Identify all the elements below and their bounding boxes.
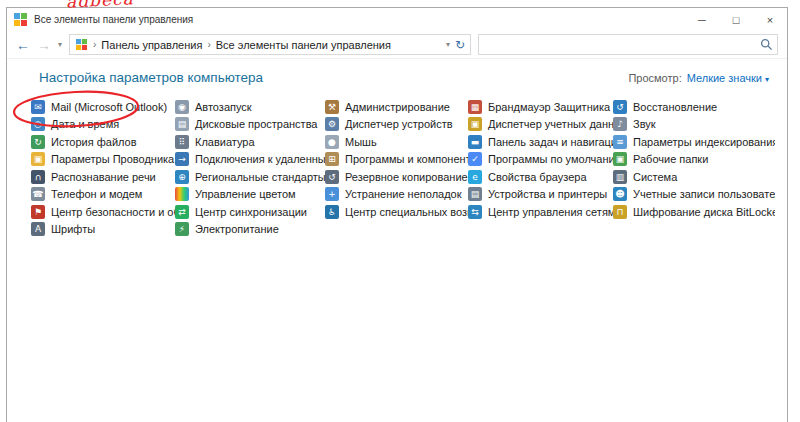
item-label: Центр безопасности и обслуживан... <box>51 206 175 218</box>
control-panel-item[interactable]: ▬Панель задач и навигация <box>468 135 613 149</box>
breadcrumb-control-panel[interactable]: Панель управления <box>101 39 202 51</box>
search-input[interactable] <box>483 38 760 52</box>
control-panel-item[interactable]: ◷Дата и время <box>31 117 175 131</box>
control-panel-item[interactable]: ▣Рабочие папки <box>613 152 775 166</box>
item-label: Телефон и модем <box>51 188 142 200</box>
control-panel-item[interactable]: AШрифты <box>31 222 175 236</box>
credential-manager-icon: ▣ <box>468 117 482 131</box>
control-panel-item[interactable]: ≡Параметры индексирования <box>613 135 775 149</box>
item-label: Учетные записи пользователей <box>633 188 775 200</box>
item-label: Мышь <box>345 136 377 148</box>
view-options: Просмотр: Мелкие значки ▾ <box>628 72 769 84</box>
minimize-button[interactable]: ─ <box>685 8 719 31</box>
control-panel-item[interactable]: Управление цветом <box>175 187 325 201</box>
item-label: Администрирование <box>345 101 450 113</box>
control-panel-item[interactable]: ⊕Региональные стандарты <box>175 170 325 184</box>
remote-desktop-icon: → <box>175 152 189 166</box>
item-label: Центр синхронизации <box>195 206 307 218</box>
network-sharing-icon: ⇆ <box>468 205 482 219</box>
control-panel-item[interactable]: ↻История файлов <box>31 135 175 149</box>
security-maintenance-icon: ⚑ <box>31 205 45 219</box>
address-bar[interactable]: › Панель управления › Все элементы панел… <box>69 34 471 55</box>
control-panel-icon <box>76 39 87 50</box>
control-panel-item[interactable]: ⊞Программы и компоненты <box>325 152 468 166</box>
devices-printers-icon: ▤ <box>468 187 482 201</box>
control-panel-item[interactable]: ●Мышь <box>325 135 468 149</box>
chevron-down-icon[interactable]: ▾ <box>446 40 450 49</box>
control-panel-item[interactable]: ∩Распознавание речи <box>31 170 175 184</box>
backup-restore-icon: ↺ <box>325 170 339 184</box>
item-label: Центр специальных возможностей <box>345 206 468 218</box>
window-title: Все элементы панели управления <box>34 14 193 25</box>
control-panel-item[interactable]: ⚒Администрирование <box>325 100 468 114</box>
chevron-down-icon[interactable]: ▾ <box>58 40 62 49</box>
back-icon[interactable]: ← <box>16 38 30 52</box>
control-panel-item[interactable]: →Подключения к удаленным рабоч... <box>175 152 325 166</box>
forward-icon[interactable]: → <box>37 38 51 52</box>
view-dropdown[interactable]: Мелкие значки ▾ <box>687 72 769 84</box>
taskbar-icon: ▬ <box>468 135 482 149</box>
item-label: Распознавание речи <box>51 171 156 183</box>
control-panel-item[interactable]: ☻Учетные записи пользователей <box>613 187 775 201</box>
storage-spaces-icon: ▤ <box>175 117 189 131</box>
item-label: Диспетчер учетных данных <box>488 118 613 130</box>
close-button[interactable]: × <box>753 8 787 31</box>
device-manager-icon: ⚙ <box>325 117 339 131</box>
maximize-button[interactable]: □ <box>719 8 753 31</box>
item-label: Шифрование диска BitLocker <box>633 206 775 218</box>
control-panel-item[interactable]: ⚑Центр безопасности и обслуживан... <box>31 205 175 219</box>
admin-tools-icon: ⚒ <box>325 100 339 114</box>
control-panel-item[interactable]: ✉Mail (Microsoft Outlook) <box>31 100 175 114</box>
item-label: Дата и время <box>51 118 119 130</box>
control-panel-item[interactable]: ⚙Диспетчер устройств <box>325 117 468 131</box>
control-panel-item[interactable]: ▥Система <box>613 170 775 184</box>
item-label: Звук <box>633 118 656 130</box>
control-panel-item[interactable]: ▦Брандмауэр Защитника Windows <box>468 100 613 114</box>
window-controls: ─ □ × <box>685 8 787 31</box>
item-label: Шрифты <box>51 223 95 235</box>
file-history-icon: ↻ <box>31 135 45 149</box>
control-panel-item[interactable]: +Устранение неполадок <box>325 187 468 201</box>
control-panel-item[interactable]: eСвойства браузера <box>468 170 613 184</box>
search-icon <box>760 38 773 51</box>
desktop: adbeca Все элементы панели управления ─ … <box>0 0 800 422</box>
control-panel-item[interactable]: ↺Восстановление <box>613 100 775 114</box>
breadcrumb-all-items[interactable]: Все элементы панели управления <box>216 39 391 51</box>
search-box[interactable] <box>478 34 778 55</box>
region-icon: ⊕ <box>175 170 189 184</box>
control-panel-item[interactable]: ↺Резервное копирование и восстан... <box>325 170 468 184</box>
bitlocker-icon: ⊓ <box>613 205 627 219</box>
control-panel-item[interactable]: ◉Автозапуск <box>175 100 325 114</box>
control-panel-item[interactable]: ▣Диспетчер учетных данных <box>468 117 613 131</box>
control-panel-item[interactable]: ♿Центр специальных возможностей <box>325 205 468 219</box>
mouse-icon: ● <box>325 135 339 149</box>
item-label: Центр управления сетями и общи... <box>488 206 613 218</box>
control-panel-item[interactable]: ▤Дисковые пространства <box>175 117 325 131</box>
item-label: Панель задач и навигация <box>488 136 613 148</box>
control-panel-item[interactable]: ⇆Центр управления сетями и общи... <box>468 205 613 219</box>
item-label: Устранение неполадок <box>345 188 462 200</box>
control-panel-item[interactable]: ✓Программы по умолчанию <box>468 152 613 166</box>
control-panel-item[interactable]: ⠿Клавиатура <box>175 135 325 149</box>
phone-modem-icon: ☎ <box>31 187 45 201</box>
item-label: Свойства браузера <box>488 171 587 183</box>
control-panel-item[interactable]: ⇄Центр синхронизации <box>175 205 325 219</box>
control-panel-item[interactable]: ▣Параметры Проводника <box>31 152 175 166</box>
breadcrumb-separator: › <box>93 39 96 50</box>
item-label: Автозапуск <box>195 101 252 113</box>
refresh-icon[interactable]: ↻ <box>455 38 465 52</box>
control-panel-item[interactable]: ☎Телефон и модем <box>31 187 175 201</box>
user-accounts-icon: ☻ <box>613 187 627 201</box>
control-panel-item[interactable]: ⊓Шифрование диска BitLocker <box>613 205 775 219</box>
control-panel-item[interactable]: ♪Звук <box>613 117 775 131</box>
troubleshooting-icon: + <box>325 187 339 201</box>
control-panel-item[interactable]: ▤Устройства и принтеры <box>468 187 613 201</box>
fonts-icon: A <box>31 222 45 236</box>
explorer-options-icon: ▣ <box>31 152 45 166</box>
item-label: Подключения к удаленным рабоч... <box>195 153 325 165</box>
speech-recognition-icon: ∩ <box>31 170 45 184</box>
internet-options-icon: e <box>468 170 482 184</box>
item-label: Брандмауэр Защитника Windows <box>488 101 613 113</box>
control-panel-item[interactable]: ⚡Электропитание <box>175 222 325 236</box>
indexing-options-icon: ≡ <box>613 135 627 149</box>
